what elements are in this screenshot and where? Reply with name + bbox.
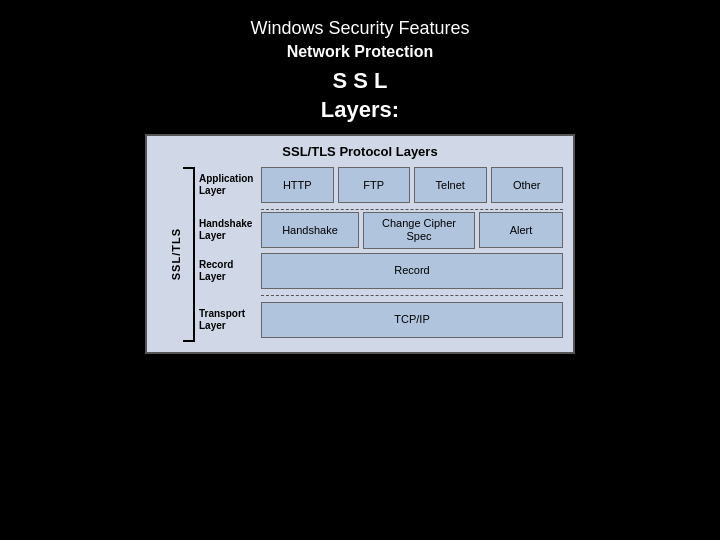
application-layer-row: Application Layer HTTP FTP Telnet Other: [199, 167, 563, 203]
handshake-layer-label: Handshake Layer: [199, 212, 261, 248]
record-layer-content: Record: [261, 253, 563, 289]
diagram-body: SSL/TLS Application Layer HTTP FTP Telne…: [157, 167, 563, 341]
ssl-brace: [183, 167, 195, 341]
cell-handshake: Handshake: [261, 212, 359, 248]
handshake-layer-row: Handshake Layer Handshake Change Cipher …: [199, 212, 563, 248]
handshake-layer-content: Handshake Change Cipher Spec Alert: [261, 212, 563, 248]
cell-change-cipher-spec: Change Cipher Spec: [363, 212, 475, 248]
record-layer-label: Record Layer: [199, 253, 261, 289]
cell-alert: Alert: [479, 212, 563, 248]
divider-2: [261, 295, 563, 296]
transport-layer-content: TCP/IP: [261, 302, 563, 338]
cell-http: HTTP: [261, 167, 334, 203]
transport-layer-label: Transport Layer: [199, 302, 261, 338]
main-title: Windows Security Features: [250, 18, 469, 39]
ssl-heading-line1: S S L: [332, 68, 387, 93]
ssl-tls-label: SSL/TLS: [170, 228, 182, 280]
sub-title: Network Protection: [287, 43, 434, 61]
record-layer-row: Record Layer Record: [199, 253, 563, 289]
divider-1: [261, 209, 563, 210]
cell-record: Record: [261, 253, 563, 289]
ssl-label-column: SSL/TLS: [157, 167, 195, 341]
application-layer-content: HTTP FTP Telnet Other: [261, 167, 563, 203]
ssl-diagram: SSL/TLS Protocol Layers SSL/TLS Applicat…: [145, 134, 575, 353]
application-layer-label: Application Layer: [199, 167, 261, 203]
ssl-heading: S S L Layers:: [321, 67, 399, 124]
cell-ftp: FTP: [338, 167, 411, 203]
cell-telnet: Telnet: [414, 167, 487, 203]
layers-column: Application Layer HTTP FTP Telnet Other …: [199, 167, 563, 341]
cell-tcpip: TCP/IP: [261, 302, 563, 338]
cell-other: Other: [491, 167, 564, 203]
ssl-heading-line2: Layers:: [321, 97, 399, 122]
transport-layer-row: Transport Layer TCP/IP: [199, 302, 563, 338]
diagram-title: SSL/TLS Protocol Layers: [157, 144, 563, 159]
